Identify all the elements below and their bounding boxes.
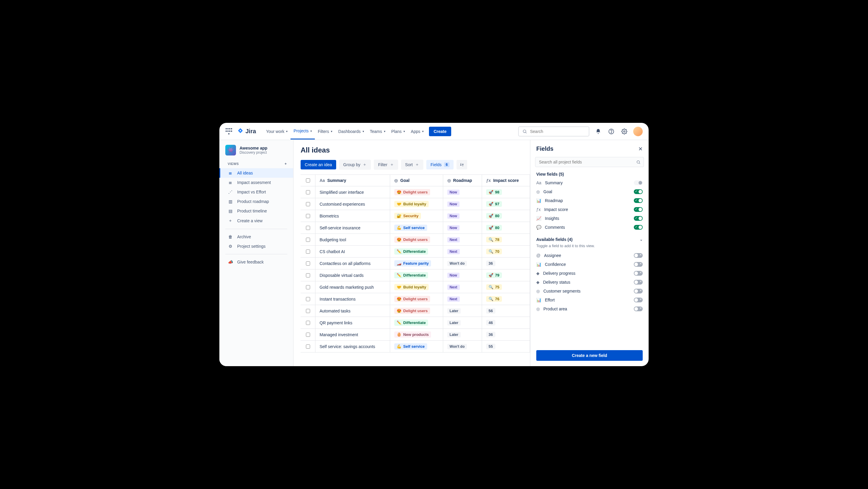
table-row[interactable]: CS chatbot AI ✏️Differentiate Next 🔍70 (301, 246, 530, 258)
row-checkbox[interactable] (306, 261, 310, 265)
search-input[interactable] (529, 129, 585, 134)
field-toggle[interactable]: ✓ (634, 216, 643, 221)
sidebar-view-product-timeline[interactable]: ▤Product timeline (219, 206, 293, 216)
select-all-checkbox[interactable] (306, 178, 310, 182)
table-row[interactable]: QR payment links ✏️Differentiate Later 4… (301, 317, 530, 329)
filter-button[interactable]: Filter＋ (374, 160, 398, 170)
table-row[interactable]: Budgeting tool 😍Delight users Next 🔍78 (301, 234, 530, 246)
row-checkbox[interactable] (306, 250, 310, 254)
create-field-button[interactable]: Create a new field (536, 350, 643, 361)
table-row[interactable]: Gold rewards marketing push 🤝Build loyal… (301, 281, 530, 293)
table-row[interactable]: Customised experiences 🤝Build loyalty No… (301, 198, 530, 210)
project-header[interactable]: 👾 Awesome app Discovery project (219, 145, 293, 162)
nav-your-work[interactable]: Your work▾ (263, 123, 291, 140)
nav-filters[interactable]: Filters▾ (315, 123, 335, 140)
group-by-button[interactable]: Group by＋ (339, 160, 371, 170)
field-toggle[interactable] (634, 297, 643, 303)
cell-impact: 36 (482, 329, 530, 341)
row-checkbox[interactable] (306, 238, 310, 242)
table-row[interactable]: Disposable virtual cards ✏️Differentiate… (301, 269, 530, 281)
nav-apps[interactable]: Apps▾ (408, 123, 427, 140)
row-checkbox[interactable] (306, 226, 310, 230)
chevron-down-icon: ▾ (286, 130, 287, 133)
help-icon[interactable] (607, 127, 615, 136)
panel-search-input[interactable] (538, 159, 634, 165)
goal-tag: 🏎️Feature parity (394, 260, 431, 266)
create-idea-button[interactable]: Create an idea (301, 160, 336, 169)
sidebar-view-all-ideas[interactable]: ≣All ideas (219, 168, 293, 178)
table-row[interactable]: Self service: savings accounts 💪Self ser… (301, 341, 530, 352)
app-frame: Jira Your work▾Projects▾Filters▾Dashboar… (219, 123, 649, 366)
nav-projects[interactable]: Projects▾ (290, 123, 315, 140)
field-toggle[interactable] (634, 262, 643, 267)
field-toggle[interactable] (634, 307, 643, 311)
row-checkbox[interactable] (306, 190, 310, 194)
field-toggle[interactable]: ✓ (634, 189, 643, 194)
settings-icon[interactable] (620, 127, 628, 136)
goal-emoji: 🏎️ (397, 261, 401, 265)
svg-point-4 (624, 131, 625, 132)
field-toggle[interactable] (634, 253, 643, 258)
row-checkbox[interactable] (306, 273, 310, 278)
field-toggle[interactable]: ✓ (634, 207, 643, 212)
table-row[interactable]: Biometrics 🔐Security Now 🚀80 (301, 210, 530, 222)
jira-logo[interactable]: Jira (237, 128, 256, 135)
sidebar-view-impact-assesment[interactable]: ≣Impact assesment (219, 178, 293, 187)
cell-summary: Budgeting tool (315, 234, 390, 246)
field-toggle[interactable] (634, 271, 643, 276)
impact-score: 🚀79 (486, 272, 502, 278)
ideas-table-wrap[interactable]: AaSummary◎Goal◎RoadmapƒxImpact score Sim… (301, 174, 530, 352)
nav-dashboards[interactable]: Dashboards▾ (335, 123, 367, 140)
give-feedback[interactable]: 📣 Give feedback (219, 257, 293, 267)
roadmap-badge: Won't do (447, 261, 467, 266)
fields-button[interactable]: Fields6 (426, 160, 454, 169)
field-row-summary: AaSummary✓ (530, 178, 649, 187)
profile-avatar[interactable] (633, 127, 643, 136)
panel-search[interactable] (535, 157, 644, 167)
column-header-summary[interactable]: AaSummary (315, 175, 390, 186)
table-row[interactable]: Instant transactions 😍Delight users Next… (301, 293, 530, 305)
column-header-goal[interactable]: ◎Goal (390, 175, 443, 186)
autosort-button[interactable] (457, 160, 467, 169)
roadmap-badge: Next (447, 296, 460, 302)
notifications-icon[interactable] (594, 127, 602, 136)
field-label: Roadmap (545, 198, 630, 203)
sidebar-view-product-roadmap[interactable]: ▥Product roadmap (219, 197, 293, 206)
project-icon: 👾 (225, 145, 236, 155)
table-row[interactable]: Contactless on all platforms 🏎️Feature p… (301, 258, 530, 269)
close-icon[interactable]: ✕ (638, 146, 643, 152)
app-switcher-icon[interactable] (225, 128, 232, 135)
create-button[interactable]: Create (429, 127, 452, 136)
table-row[interactable]: Simplified user interface 😍Delight users… (301, 186, 530, 198)
row-checkbox[interactable] (306, 285, 310, 289)
nav-label: Dashboards (338, 129, 361, 134)
row-checkbox[interactable] (306, 321, 310, 325)
row-checkbox[interactable] (306, 202, 310, 206)
table-row[interactable]: Managed investment 🥚New products Later 3… (301, 329, 530, 341)
table-row[interactable]: Self-service insurance 💪Self service Now… (301, 222, 530, 234)
score-icon: 🔍 (489, 297, 493, 301)
field-label: Insights (545, 216, 630, 221)
column-header-roadmap[interactable]: ◎Roadmap (443, 175, 482, 186)
sidebar-view-create-a-view[interactable]: ＋Create a view (219, 216, 293, 226)
nav-plans[interactable]: Plans▾ (389, 123, 408, 140)
available-fields-header[interactable]: Available fields (4) ⌄ (530, 236, 649, 243)
field-toggle[interactable]: ✓ (634, 225, 643, 230)
field-toggle[interactable] (634, 289, 643, 293)
field-toggle[interactable] (634, 280, 643, 285)
column-header-impact[interactable]: ƒxImpact score (482, 175, 530, 186)
table-row[interactable]: Automated tasks 😍Delight users Later 56 (301, 305, 530, 317)
sidebar-project-settings[interactable]: ⚙Project settings (219, 241, 293, 251)
row-checkbox[interactable] (306, 214, 310, 218)
sidebar-view-impact-vs-effort[interactable]: ⋰Impact vs Effort (219, 187, 293, 197)
nav-teams[interactable]: Teams▾ (367, 123, 389, 140)
row-checkbox[interactable] (306, 309, 310, 313)
sort-button[interactable]: Sort＋ (401, 160, 424, 170)
row-checkbox[interactable] (306, 333, 310, 337)
row-checkbox[interactable] (306, 345, 310, 349)
add-view-icon[interactable]: ＋ (284, 162, 287, 166)
global-search[interactable] (518, 126, 589, 137)
field-toggle[interactable]: ✓ (634, 198, 643, 203)
row-checkbox[interactable] (306, 297, 310, 301)
sidebar-archive[interactable]: 🗑Archive (219, 232, 293, 241)
